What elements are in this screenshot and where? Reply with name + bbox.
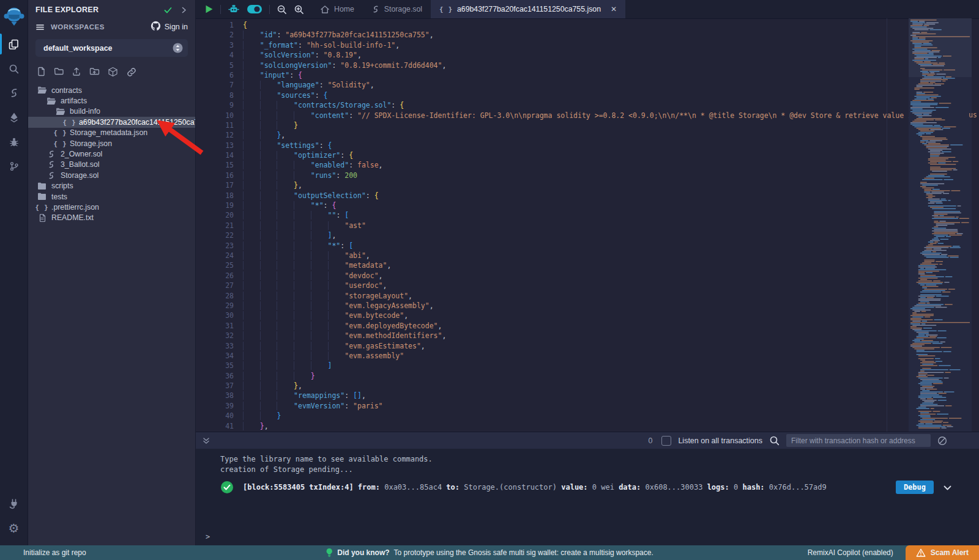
plugin-manager-icon <box>8 498 20 510</box>
import-from-url-button[interactable] <box>126 67 137 78</box>
tx-expand-icon[interactable] <box>943 483 952 492</box>
cube-icon <box>108 67 118 78</box>
code-line-1: 1{ <box>196 20 979 30</box>
tx-summary: [block:5583405 txIndex:4] from: 0xa03...… <box>243 483 887 492</box>
tab-storage-sol[interactable]: Storage.sol <box>363 0 431 18</box>
tip-text: To prototype using the Gnosis safe multi… <box>394 548 653 557</box>
editor-tabbar: HomeStorage.sol{ }a69b43f277ba20fcac1411… <box>196 0 979 19</box>
debug-button[interactable]: Debug <box>896 481 934 494</box>
transaction-row[interactable]: [block:5583405 txIndex:4] from: 0xa03...… <box>220 481 952 494</box>
tree-item-a69b43f277ba20fcac141151250ca7[interactable]: { }a69b43f277ba20fcac141151250ca7... <box>28 117 195 127</box>
search-icon <box>9 64 19 74</box>
workspace-select[interactable]: default_workspace <box>35 39 188 57</box>
tree-item-storage-sol[interactable]: Storage.sol <box>28 170 195 180</box>
ai-copilot-toggle-button[interactable] <box>247 4 262 14</box>
tree-item-build-info[interactable]: build-info <box>28 106 195 117</box>
activity-settings[interactable]: ⚙ <box>0 516 28 540</box>
terminal-bar: 0 Listen on all transactions <box>196 432 979 449</box>
code-line-27: 27 "userdoc", <box>196 281 979 290</box>
tree-item-3-ballot-sol[interactable]: 3_Ballot.sol <box>28 160 195 170</box>
activity-remix-logo[interactable] <box>0 2 28 32</box>
activity-source-control[interactable] <box>0 154 28 179</box>
remixai-assistant-button[interactable] <box>228 4 240 15</box>
filter-input[interactable] <box>786 434 931 447</box>
tab-a69b43f277ba20fcac141151250ca755-json[interactable]: { }a69b43f277ba20fcac141151250ca755.json… <box>431 0 625 18</box>
sol-file-icon <box>46 150 56 158</box>
editor-divider <box>887 18 887 432</box>
zoom-out-button[interactable] <box>277 4 287 15</box>
terminal-log-line: creation of Storage pending... <box>220 465 979 475</box>
workspaces-menu-icon[interactable] <box>35 23 45 32</box>
bulb-icon <box>326 548 333 558</box>
code-line-28: 28 "storageLayout", <box>196 291 979 301</box>
tree-item-storage-json[interactable]: { }Storage.json <box>28 138 195 149</box>
code-line-12: 12 }, <box>196 130 979 140</box>
clear-filter-icon[interactable] <box>937 436 947 446</box>
activity-file-explorer[interactable] <box>0 32 28 56</box>
activity-plugin-manager[interactable] <box>0 492 28 516</box>
warning-icon <box>916 548 926 557</box>
zoom-in-button[interactable] <box>294 4 304 15</box>
terminal-log-line: Type the library name to see available c… <box>220 454 979 465</box>
git-init-status[interactable]: Initialize as git repo <box>0 548 86 557</box>
listen-label[interactable]: Listen on all transactions <box>678 437 762 445</box>
side-panel: FILE EXPLORER WORKSPACES Sign in default… <box>28 0 196 545</box>
close-tab-icon[interactable]: ✕ <box>611 5 617 13</box>
file-explorer-icon <box>8 39 20 50</box>
code-editor[interactable]: 1{2 "id": "a69b43f277ba20fcac141151250ca… <box>196 18 979 432</box>
tree-item-readme-txt[interactable]: README.txt <box>28 213 195 223</box>
tab-home[interactable]: Home <box>311 0 363 18</box>
sign-in-button[interactable]: Sign in <box>151 21 188 33</box>
sol-file-icon <box>371 5 380 13</box>
tree-item-2-owner-sol[interactable]: 2_Owner.sol <box>28 149 195 159</box>
link-icon <box>126 67 137 78</box>
load-from-ipfs-button[interactable] <box>108 67 118 78</box>
code-line-15: 15 "enabled": false, <box>196 160 979 170</box>
code-line-35: 35 ] <box>196 361 979 370</box>
code-line-39: 39 "evmVersion": "paris" <box>196 401 979 411</box>
terminal-search-icon[interactable] <box>769 435 780 446</box>
copilot-status[interactable]: RemixAI Copilot (enabled) <box>808 548 893 557</box>
tree-item-contracts[interactable]: contracts <box>28 85 195 95</box>
workspaces-label: WORKSPACES <box>51 23 105 31</box>
minimap[interactable] <box>909 18 972 432</box>
tree-item-tests[interactable]: tests <box>28 191 195 202</box>
tree-item-prettierrc-json[interactable]: { }.prettierrc.json <box>28 202 195 212</box>
braces-icon: { } <box>55 129 65 136</box>
tree-item-artifacts[interactable]: artifacts <box>28 95 195 106</box>
scam-alert-button[interactable]: Scam Alert <box>906 545 979 560</box>
braces-icon: { } <box>37 204 47 211</box>
file-text-icon <box>37 213 47 223</box>
code-line-19: 19 "*": { <box>196 201 979 210</box>
activity-search[interactable] <box>0 56 28 81</box>
upload-file-icon <box>72 67 81 78</box>
create-new-folder-button[interactable] <box>54 67 64 78</box>
code-line-13: 13 "settings": { <box>196 141 979 150</box>
upload-file-button[interactable] <box>72 67 81 78</box>
code-line-3: 3 "_format": "hh-sol-build-info-1", <box>196 40 979 50</box>
code-line-26: 26 "devdoc", <box>196 271 979 281</box>
terminal-collapse-icon[interactable] <box>202 437 210 445</box>
activity-solidity-compiler[interactable] <box>0 81 28 105</box>
transaction-count: 0 <box>648 437 652 445</box>
terminal-log: Type the library name to see available c… <box>196 449 979 474</box>
code-line-31: 31 "evm.deployedBytecode", <box>196 321 979 331</box>
run-script-button[interactable] <box>204 4 214 14</box>
code-line-37: 37 }, <box>196 381 979 391</box>
code-line-17: 17 }, <box>196 180 979 190</box>
code-line-11: 11 } <box>196 120 979 130</box>
code-line-5: 5 "solcLongVersion": "0.8.19+commit.7dd6… <box>196 61 979 70</box>
upload-folder-button[interactable] <box>89 67 100 78</box>
tree-item-storage-metadata-json[interactable]: { }Storage_metadata.json <box>28 128 195 138</box>
activity-deploy-and-run[interactable] <box>0 105 28 130</box>
explorer-toolbar <box>28 59 195 81</box>
remix-ide-window: { "activity_bar": { "top": [ {"name":"re… <box>0 0 979 560</box>
folder-open-icon <box>46 97 56 105</box>
terminal-body[interactable]: Type the library name to see available c… <box>196 449 979 545</box>
listen-checkbox[interactable] <box>661 436 671 446</box>
tree-item-scripts[interactable]: scripts <box>28 181 195 191</box>
create-new-file-button[interactable] <box>37 67 46 78</box>
code-line-22: 22 ], <box>196 230 979 240</box>
panel-collapse-icon[interactable] <box>180 6 188 14</box>
activity-debugger[interactable] <box>0 130 28 154</box>
